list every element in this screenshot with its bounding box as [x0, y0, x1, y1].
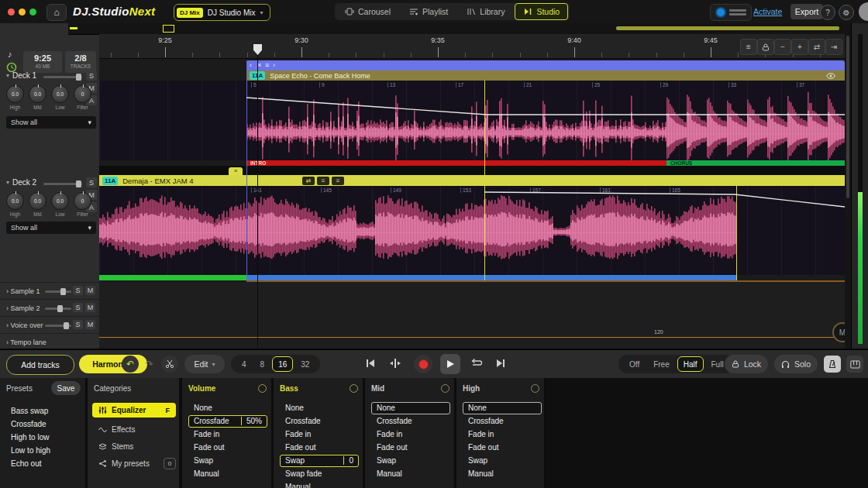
- eq-option[interactable]: Crossfade: [368, 414, 452, 428]
- solo-button[interactable]: Solo: [774, 355, 818, 373]
- knob-dial[interactable]: 0.0: [51, 192, 69, 210]
- sample1-mute-button[interactable]: M: [85, 286, 95, 295]
- eq-option[interactable]: Swap: [460, 454, 542, 467]
- minimap-viewport-handle[interactable]: [163, 25, 174, 33]
- play-button[interactable]: [440, 354, 460, 374]
- category-effects[interactable]: Effects: [92, 423, 176, 435]
- knob-dial[interactable]: 0.0: [29, 192, 46, 210]
- curve-indicator-icon[interactable]: [441, 384, 450, 393]
- voice-over-thumb[interactable]: [64, 322, 69, 329]
- preset-item[interactable]: Crossfade: [0, 418, 85, 431]
- undo-button[interactable]: ↶: [122, 356, 139, 373]
- eq-option[interactable]: None: [460, 401, 542, 414]
- category-stems[interactable]: Stems: [92, 440, 176, 452]
- redo-button[interactable]: ↷: [141, 356, 158, 373]
- eq-option[interactable]: Manual: [277, 480, 360, 488]
- skip-start-button[interactable]: [364, 357, 377, 369]
- edit-button[interactable]: Edit ▾: [184, 355, 225, 373]
- preset-item[interactable]: High to low: [0, 431, 85, 444]
- scrollbar-thumb[interactable]: [846, 36, 849, 198]
- sample2-solo-button[interactable]: S: [73, 303, 83, 312]
- eq-option[interactable]: None: [277, 401, 360, 414]
- sample2-mute-button[interactable]: M: [85, 303, 95, 312]
- preset-item[interactable]: Bass swap: [0, 404, 85, 418]
- eq-option[interactable]: Swap: [185, 454, 269, 467]
- timeline-minimap[interactable]: [68, 23, 868, 35]
- sync-mode-option[interactable]: Free: [647, 356, 676, 372]
- tab-carousel[interactable]: Carousel: [336, 3, 399, 20]
- preset-item[interactable]: Echo out: [0, 457, 85, 470]
- knob-dial[interactable]: 0: [74, 85, 91, 103]
- sync-mode-option[interactable]: Half: [677, 356, 704, 372]
- eq-knob[interactable]: 0.0 Low: [50, 85, 70, 110]
- eq-knob[interactable]: 0.0 Mid: [28, 192, 47, 217]
- knob-dial[interactable]: 0.0: [51, 85, 69, 103]
- eq-option[interactable]: Crossfade: [460, 414, 542, 428]
- eq-option[interactable]: Fade in: [185, 428, 269, 441]
- window-minimize-dot[interactable]: [19, 9, 26, 15]
- eq-knob[interactable]: 0.0 High: [5, 85, 25, 110]
- skip-end-button[interactable]: [494, 357, 507, 369]
- curve-indicator-icon[interactable]: [350, 384, 358, 393]
- lane-sample2[interactable]: › Sample 2 S M: [0, 299, 99, 317]
- split-button[interactable]: [161, 356, 178, 373]
- eq-knob[interactable]: 0.0 High: [5, 192, 25, 217]
- vertical-scrollbar[interactable]: [845, 34, 851, 349]
- lane-voice-over[interactable]: › Voice over S M: [0, 316, 99, 334]
- eq-option[interactable]: Fade in: [460, 428, 542, 441]
- eq-knob[interactable]: 0.0 Mid: [28, 85, 47, 110]
- avatar[interactable]: [859, 2, 868, 21]
- add-tracks-button[interactable]: Add tracks: [6, 355, 74, 375]
- tab-playlist[interactable]: Playlist: [401, 3, 456, 20]
- deck2-header[interactable]: ▾ Deck 2: [6, 178, 36, 187]
- sync-mode-option[interactable]: Off: [623, 356, 646, 372]
- eq-option[interactable]: Fade out: [185, 441, 269, 454]
- sample1-slider[interactable]: [45, 290, 71, 293]
- home-button[interactable]: ⌂: [46, 4, 67, 21]
- timeline[interactable]: 9:259:309:359:409:45 ≡ − + ⇄ ⇥ ‹ × ≡ › 1…: [99, 34, 845, 349]
- eq-option[interactable]: Crossfade50%: [185, 414, 269, 428]
- preset-item[interactable]: Low to high: [0, 444, 85, 457]
- lock-button[interactable]: Lock: [725, 355, 768, 373]
- category-my-presets[interactable]: My presets 0: [92, 457, 176, 469]
- deck2-show-all-select[interactable]: Show all ▾: [6, 222, 96, 234]
- knob-dial[interactable]: 0.0: [6, 192, 24, 210]
- eq-knob[interactable]: 0.0 Low: [50, 192, 70, 217]
- eq-option[interactable]: Swap0: [277, 454, 360, 467]
- deck1-show-all-select[interactable]: Show all ▾: [6, 116, 96, 129]
- window-zoom-dot[interactable]: [29, 9, 36, 15]
- knob-dial[interactable]: 0: [74, 192, 91, 210]
- deck2-volume-thumb[interactable]: [76, 180, 81, 187]
- record-button[interactable]: [414, 355, 432, 373]
- grid-size-option[interactable]: 4: [236, 356, 253, 372]
- eq-option[interactable]: Fade in: [277, 428, 360, 441]
- eq-option[interactable]: Swap: [368, 454, 452, 467]
- help-button[interactable]: ?: [820, 5, 835, 20]
- deck1-header[interactable]: ▾ Deck 1: [6, 71, 36, 80]
- eq-option[interactable]: Fade out: [460, 441, 542, 454]
- grid-size-option[interactable]: 16: [272, 356, 293, 372]
- eq-option[interactable]: Fade in: [368, 428, 452, 441]
- eq-option[interactable]: None: [368, 401, 452, 414]
- category-equalizer[interactable]: Equalizer F: [92, 403, 176, 418]
- eq-option[interactable]: Swap fade: [277, 467, 360, 480]
- sample2-thumb[interactable]: [57, 305, 63, 312]
- lane-sample1[interactable]: › Sample 1 S M: [0, 282, 99, 300]
- sample1-solo-button[interactable]: S: [73, 286, 83, 295]
- export-button[interactable]: Export: [790, 4, 823, 19]
- snap-playhead-button[interactable]: [389, 357, 401, 369]
- tab-library[interactable]: Library: [458, 3, 513, 20]
- deck1-volume-thumb[interactable]: [76, 74, 81, 81]
- deck1-solo-button[interactable]: S: [86, 70, 97, 81]
- window-close-dot[interactable]: [8, 9, 15, 15]
- knob-dial[interactable]: 0.0: [29, 85, 46, 103]
- project-selector[interactable]: DJ Mix DJ Studio Mix ▾: [174, 4, 270, 21]
- settings-button[interactable]: ⚙: [839, 5, 854, 20]
- midi-keyboard-button[interactable]: [846, 356, 863, 373]
- voice-over-solo-button[interactable]: S: [73, 320, 83, 329]
- eq-option[interactable]: Crossfade: [277, 414, 360, 428]
- activate-link[interactable]: Activate: [753, 7, 782, 16]
- lane-tempo[interactable]: › Tempo lane: [0, 333, 99, 349]
- save-preset-button[interactable]: Save: [51, 381, 81, 395]
- eq-option[interactable]: None: [185, 401, 269, 414]
